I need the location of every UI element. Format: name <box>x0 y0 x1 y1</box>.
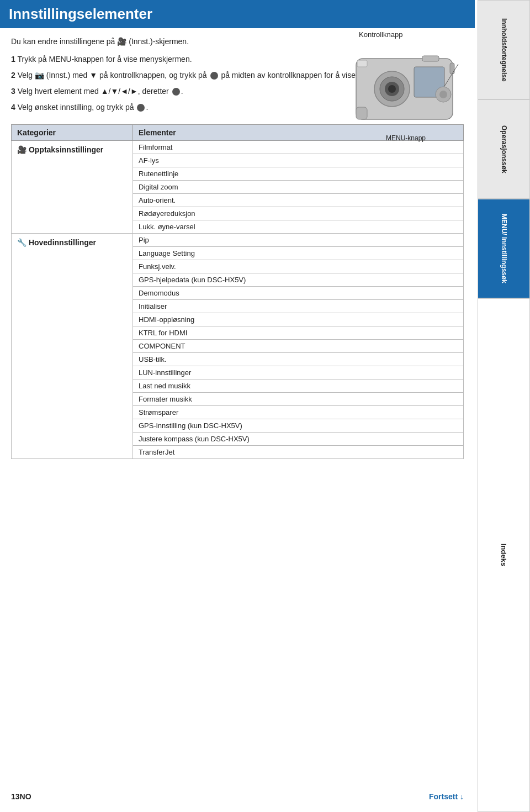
element-cell: Pip <box>133 234 464 247</box>
element-cell: KTRL for HDMI <box>133 326 464 340</box>
page-title: Innstillingselementer <box>0 0 475 28</box>
svg-point-8 <box>439 91 447 98</box>
element-cell: Funksj.veiv. <box>133 260 464 273</box>
element-cell: Rutenettlinje <box>133 167 464 181</box>
col-kategorier: Kategorier <box>12 125 133 141</box>
element-cell: TransferJet <box>133 446 464 459</box>
element-cell: Language Setting <box>133 247 464 260</box>
element-cell: GPS-hjelpedata (kun DSC-HX5V) <box>133 273 464 287</box>
element-cell: Digital zoom <box>133 181 464 194</box>
element-cell: Filmformat <box>133 141 464 154</box>
category-cell-0: 🎥 Opptaksinnstillinger <box>12 141 133 234</box>
element-cell: COMPONENT <box>133 340 464 353</box>
sidebar-operasjon: Operasjonssøk <box>478 99 530 199</box>
element-cell: HDMI-oppløsning <box>133 313 464 326</box>
element-cell: Lukk. øyne-varsel <box>133 220 464 234</box>
svg-point-4 <box>388 85 396 93</box>
camera-label: Kontrollknapp <box>342 30 469 39</box>
element-cell: Strømsparer <box>133 406 464 419</box>
element-cell: Auto-orient. <box>133 194 464 207</box>
element-cell: Justere kompass (kun DSC-HX5V) <box>133 433 464 446</box>
camera-illustration <box>351 42 461 130</box>
element-cell: Last ned musikk <box>133 379 464 393</box>
svg-rect-6 <box>422 56 439 61</box>
right-sidebar: Innholdsfortegnelse Operasjonssøk MENU/ … <box>478 0 530 812</box>
element-cell: LUN-innstillinger <box>133 366 464 379</box>
element-cell: USB-tilk. <box>133 353 464 366</box>
fortsett-link[interactable]: Fortsett ↓ <box>429 792 464 801</box>
settings-table: Kategorier Elementer 🎥 Opptaksinnstillin… <box>11 124 464 459</box>
page-number: 13NO <box>11 792 31 801</box>
svg-rect-11 <box>450 63 454 74</box>
element-cell: Initialiser <box>133 300 464 313</box>
element-cell: Demomodus <box>133 287 464 300</box>
element-cell: Formater musikk <box>133 393 464 406</box>
sidebar-indeks: Indeks <box>478 298 530 812</box>
element-cell: AF-lys <box>133 154 464 167</box>
svg-rect-10 <box>356 107 367 119</box>
sidebar-innhold: Innholdsfortegnelse <box>478 0 530 99</box>
footer: 13NO Fortsett ↓ <box>0 792 475 801</box>
svg-rect-9 <box>357 60 367 67</box>
menu-knapp-label: MENU-knapp <box>342 134 469 142</box>
element-cell: Rødøyereduksjon <box>133 207 464 220</box>
camera-diagram: Kontrollknapp MENU-knapp <box>342 30 469 142</box>
category-cell-1: 🔧 Hovedinnstillinger <box>12 234 133 459</box>
sidebar-menu: MENU/ Innstillingssøk <box>478 199 530 298</box>
element-cell: GPS-innstilling (kun DSC-HX5V) <box>133 419 464 433</box>
settings-table-section: Kategorier Elementer 🎥 Opptaksinnstillin… <box>11 124 464 459</box>
